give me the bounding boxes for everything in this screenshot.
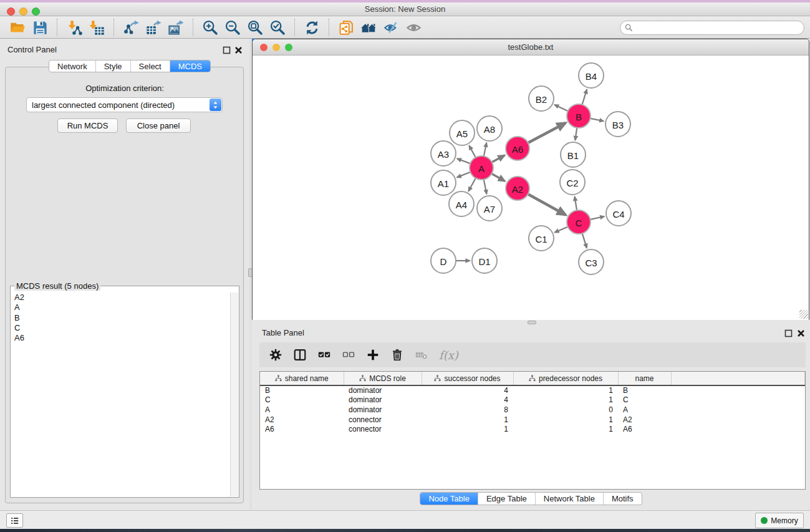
graph-node-C1[interactable]: C1 xyxy=(529,226,554,251)
memory-button[interactable]: Memory xyxy=(755,513,804,528)
table-cell[interactable]: 1 xyxy=(513,424,618,434)
graph-edge-B-B1[interactable] xyxy=(575,127,577,140)
table-cell[interactable]: A2 xyxy=(260,415,344,425)
table-cell[interactable]: 4 xyxy=(422,385,513,395)
table-row[interactable]: Bdominator41B xyxy=(260,385,805,395)
export-network-button[interactable] xyxy=(120,17,142,37)
graph-node-B1[interactable]: B1 xyxy=(561,142,586,167)
table-header-row[interactable]: shared name MCDS role successor nodes pr… xyxy=(260,372,805,385)
table-cell[interactable]: A2 xyxy=(618,415,671,425)
graph-node-C2[interactable]: C2 xyxy=(560,170,585,195)
table-cell[interactable]: B xyxy=(260,385,344,395)
hide-graphics-details-button[interactable] xyxy=(380,17,402,37)
create-column-button[interactable] xyxy=(365,347,381,363)
graph-node-B4[interactable]: B4 xyxy=(579,63,604,88)
graph-edge-A-A3[interactable] xyxy=(457,158,471,163)
run-mcds-button[interactable]: Run MCDS xyxy=(57,118,118,133)
table-cell[interactable]: A xyxy=(260,405,344,415)
table-settings-button[interactable] xyxy=(268,347,284,363)
graph-edge-A6-B[interactable] xyxy=(528,123,566,143)
graph-node-C3[interactable]: C3 xyxy=(579,249,604,274)
table-cell[interactable]: C xyxy=(260,395,344,405)
graph-node-A3[interactable]: A3 xyxy=(431,141,456,166)
network-canvas[interactable]: B4B2BB3A5A8A6B1A3AA1C2A2A4A7C4CC1DD1C3 xyxy=(253,56,809,320)
column-header-name[interactable]: name xyxy=(618,372,671,385)
import-table-button[interactable] xyxy=(85,17,108,37)
graph-edge-C-C3[interactable] xyxy=(582,233,587,248)
table-cell[interactable]: connector xyxy=(344,424,422,434)
mcds-result-item[interactable]: C xyxy=(11,323,230,333)
table-cell[interactable]: 0 xyxy=(513,405,618,415)
import-network-button[interactable] xyxy=(63,17,85,37)
open-session-button[interactable] xyxy=(6,17,29,37)
graph-node-B3[interactable]: B3 xyxy=(605,112,630,137)
close-table-panel-icon[interactable] xyxy=(797,329,805,337)
criterion-dropdown[interactable]: largest connected component (directed) xyxy=(26,97,223,112)
tab-style[interactable]: Style xyxy=(96,60,131,72)
table-cell[interactable]: connector xyxy=(344,415,422,425)
table-cell[interactable]: A6 xyxy=(618,424,671,434)
mcds-result-item[interactable]: A xyxy=(11,302,230,312)
graph-node-A1[interactable]: A1 xyxy=(431,170,456,195)
zoom-out-button[interactable] xyxy=(221,17,244,37)
graph-edge-C-C2[interactable] xyxy=(575,196,577,211)
table-cell[interactable]: C xyxy=(618,395,671,405)
deselect-all-rows-button[interactable] xyxy=(340,347,357,363)
save-session-button[interactable] xyxy=(29,17,51,37)
tab-node-table[interactable]: Node Table xyxy=(420,493,478,505)
table-cell[interactable]: 1 xyxy=(513,415,618,425)
graph-node-D1[interactable]: D1 xyxy=(472,248,497,273)
table-cell[interactable]: 1 xyxy=(422,424,513,434)
table-row[interactable]: A6connector11A6 xyxy=(260,424,805,434)
tab-network-table[interactable]: Network Table xyxy=(536,493,604,505)
tab-edge-table[interactable]: Edge Table xyxy=(478,493,536,505)
graph-node-A4[interactable]: A4 xyxy=(449,191,474,216)
window-resize-grip[interactable] xyxy=(799,310,808,319)
mcds-result-item[interactable]: A2 xyxy=(11,293,230,302)
graph-edge-B-B3[interactable] xyxy=(590,118,604,122)
zoom-in-button[interactable] xyxy=(199,17,221,37)
graph-edge-C-C4[interactable] xyxy=(590,216,604,220)
tab-motifs[interactable]: Motifs xyxy=(604,493,642,505)
zoom-fit-button[interactable] xyxy=(244,17,266,37)
graph-node-B2[interactable]: B2 xyxy=(529,86,554,111)
search-field[interactable] xyxy=(620,21,804,35)
column-header-shared-name[interactable]: shared name xyxy=(260,372,344,385)
float-table-panel-icon[interactable] xyxy=(784,329,793,337)
graph-edge-A-A6[interactable] xyxy=(491,155,504,162)
network-window-titlebar[interactable]: testGlobe.txt xyxy=(253,39,809,56)
graph-node-A2[interactable]: A2 xyxy=(506,177,529,200)
graph-edge-A-A2[interactable] xyxy=(491,173,505,181)
table-cell[interactable]: 1 xyxy=(422,415,513,425)
graph-node-A8[interactable]: A8 xyxy=(477,116,502,141)
mcds-result-item[interactable]: A6 xyxy=(11,333,230,343)
zoom-selected-button[interactable] xyxy=(266,17,289,37)
table-cell[interactable]: A xyxy=(618,405,671,415)
table-cell[interactable]: A6 xyxy=(260,424,344,434)
graph-edge-A-A7[interactable] xyxy=(484,179,487,194)
refresh-button[interactable] xyxy=(301,17,323,37)
table-row[interactable]: Adominator80A xyxy=(260,405,805,415)
network-graph[interactable]: B4B2BB3A5A8A6B1A3AA1C2A2A4A7C4CC1DD1C3 xyxy=(253,56,809,320)
graph-edge-A-A5[interactable] xyxy=(469,146,476,158)
column-header-successor-nodes[interactable]: successor nodes xyxy=(422,372,513,385)
graph-edge-C-C1[interactable] xyxy=(555,226,569,232)
search-input[interactable] xyxy=(635,24,804,32)
mcds-result-item[interactable]: B xyxy=(11,313,230,323)
table-cell[interactable]: 4 xyxy=(422,395,513,405)
graph-edge-A-A4[interactable] xyxy=(468,178,476,191)
export-image-button[interactable] xyxy=(165,17,187,37)
graph-node-A[interactable]: A xyxy=(470,156,493,180)
table-row[interactable]: Cdominator41C xyxy=(260,395,805,405)
float-panel-icon[interactable] xyxy=(223,46,231,54)
column-header-mcds-role[interactable]: MCDS role xyxy=(344,372,422,385)
graph-node-B[interactable]: B xyxy=(567,104,591,128)
graph-edge-A2-C[interactable] xyxy=(528,194,566,215)
export-table-button[interactable] xyxy=(142,17,165,37)
graph-edge-B-B2[interactable] xyxy=(554,105,568,111)
select-all-rows-button[interactable] xyxy=(316,347,332,363)
table-cell[interactable]: 1 xyxy=(513,385,618,395)
mcds-result-list[interactable]: A2ABCA6 xyxy=(11,293,230,496)
node-table[interactable]: shared name MCDS role successor nodes pr… xyxy=(259,371,806,490)
duplicate-network-button[interactable] xyxy=(335,17,357,37)
